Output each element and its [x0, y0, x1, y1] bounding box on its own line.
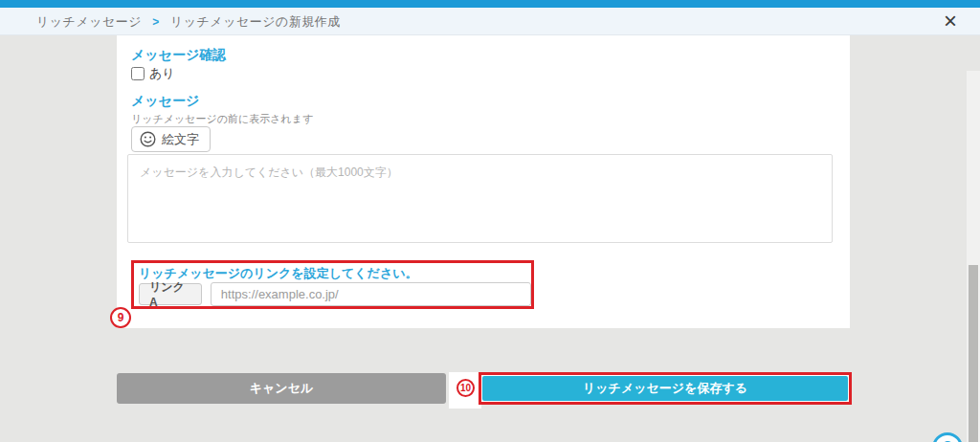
- emoji-button-label: 絵文字: [162, 131, 199, 148]
- message-confirm-checkbox[interactable]: [131, 67, 145, 80]
- annotation-number-10: 10: [457, 379, 475, 397]
- save-rich-message-button[interactable]: リッチメッセージを保存する: [482, 376, 848, 401]
- message-confirm-checkbox-label: あり: [149, 65, 175, 82]
- message-heading: メッセージ: [131, 93, 199, 110]
- smiley-icon: [140, 131, 156, 147]
- breadcrumb-current: リッチメッセージの新規作成: [170, 14, 341, 29]
- message-confirm-heading: メッセージ確認: [131, 47, 226, 64]
- save-button-annotation-box: リッチメッセージを保存する: [479, 372, 852, 405]
- link-row: リンクA: [139, 282, 531, 306]
- help-button[interactable]: ?: [932, 432, 963, 442]
- breadcrumb-parent[interactable]: リッチメッセージ: [36, 14, 142, 29]
- modal-body: メッセージ確認 あり メッセージ リッチメッセージの前に表示されます 絵文字: [0, 35, 980, 442]
- vertical-scrollbar[interactable]: ▼: [967, 71, 980, 442]
- chevron-right-icon: >: [152, 15, 160, 29]
- emoji-button[interactable]: 絵文字: [131, 126, 211, 152]
- modal-header: リッチメッセージ > リッチメッセージの新規作成 ×: [0, 8, 980, 35]
- scrollbar-thumb[interactable]: [969, 265, 978, 442]
- form-card: メッセージ確認 あり メッセージ リッチメッセージの前に表示されます 絵文字: [117, 35, 850, 328]
- rich-message-create-modal: リッチメッセージ > リッチメッセージの新規作成 × メッセージ確認 あり メッ…: [0, 0, 980, 442]
- question-mark-icon: ?: [943, 438, 952, 442]
- link-a-input[interactable]: [211, 282, 531, 306]
- message-textarea[interactable]: [127, 154, 833, 243]
- message-confirm-checkbox-row[interactable]: あり: [131, 65, 175, 82]
- annotation-number-9: 9: [110, 307, 131, 328]
- message-note: リッチメッセージの前に表示されます: [131, 112, 313, 126]
- link-section-annotation-box: リッチメッセージのリンクを設定してください。 リンクA: [131, 260, 534, 309]
- top-accent-bar: [0, 0, 980, 8]
- breadcrumb: リッチメッセージ > リッチメッセージの新規作成: [36, 8, 341, 35]
- link-a-label: リンクA: [139, 283, 202, 305]
- close-icon[interactable]: ×: [938, 8, 963, 35]
- cancel-button[interactable]: キャンセル: [117, 373, 446, 404]
